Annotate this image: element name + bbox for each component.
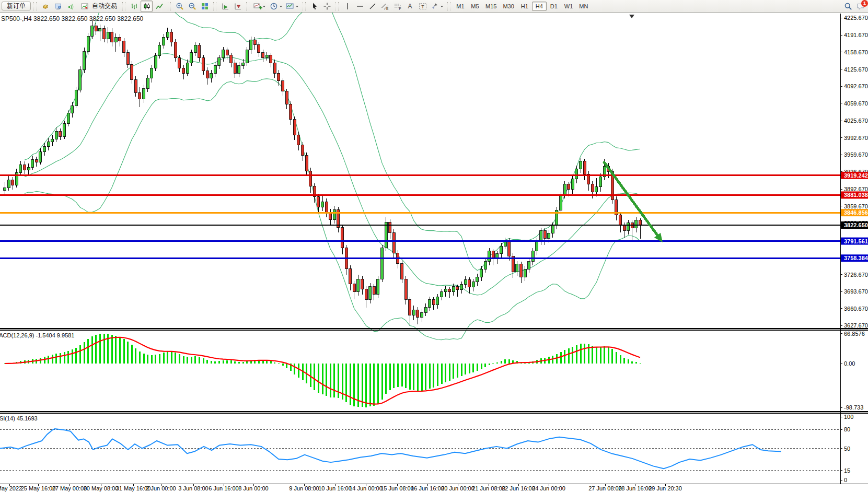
toolbar-grip[interactable] <box>122 2 125 10</box>
svg-text:3992.670: 3992.670 <box>844 135 868 141</box>
indicators-template-icon[interactable] <box>284 1 300 12</box>
horizontal-line-icon[interactable] <box>354 1 366 12</box>
timeframe-button-M5[interactable]: M5 <box>468 2 482 11</box>
svg-text:3627.670: 3627.670 <box>844 322 868 329</box>
svg-text:4225.670: 4225.670 <box>844 15 868 21</box>
signal-icon[interactable] <box>64 1 76 12</box>
vertical-line-icon[interactable] <box>341 1 353 12</box>
fibonacci-icon[interactable]: F <box>391 1 403 12</box>
svg-text:15: 15 <box>844 467 850 474</box>
svg-text:0.00: 0.00 <box>844 360 855 367</box>
toolbar-grip[interactable] <box>246 2 249 10</box>
chart-canvas[interactable]: 4225.6704191.6704158.6704125.6704092.670… <box>0 13 868 492</box>
time-label: 10 Jun 16:00 <box>318 485 352 491</box>
svg-text:3959.670: 3959.670 <box>844 151 868 158</box>
macd-label: MACD(12,26,9) -1.5404 9.9581 <box>0 332 74 338</box>
period-clock-icon[interactable] <box>268 1 284 12</box>
candles-layer <box>4 20 642 326</box>
svg-text:3919.242: 3919.242 <box>844 172 868 179</box>
time-label: 24 Jun 00:00 <box>532 485 565 491</box>
svg-text:3791.561: 3791.561 <box>844 238 868 244</box>
new-order-button[interactable]: 新订单 <box>2 2 31 10</box>
candlestick-chart-icon[interactable] <box>141 1 153 12</box>
timeframe-button-H4[interactable]: H4 <box>532 2 547 11</box>
toolbar-grip[interactable] <box>168 2 171 10</box>
timeframe-button-D1[interactable]: D1 <box>547 2 561 11</box>
macd-pane[interactable]: 66.85760.00-98.733MACD(12,26,9) -1.5404 … <box>0 331 865 412</box>
svg-text:4158.670: 4158.670 <box>844 49 868 55</box>
crosshair-icon[interactable] <box>321 1 333 12</box>
time-axis[interactable]: May 202225 May 16:0027 May 00:0030 May 0… <box>0 484 868 491</box>
level-lines[interactable] <box>0 175 840 258</box>
bar-chart-icon[interactable] <box>128 1 140 12</box>
svg-text:3660.670: 3660.670 <box>844 306 868 312</box>
time-label: 25 May 16:00 <box>21 485 56 491</box>
auto-trading-label: 自动交易 <box>92 2 117 10</box>
timeframe-button-M1[interactable]: M1 <box>453 2 468 11</box>
search-icon[interactable] <box>842 1 854 12</box>
arrows-tool-icon[interactable] <box>429 1 445 12</box>
svg-text:4191.670: 4191.670 <box>844 32 868 38</box>
toolbar-grip[interactable] <box>447 2 450 10</box>
trendline-icon[interactable] <box>366 1 378 12</box>
zoom-out-icon[interactable] <box>186 1 198 12</box>
rsi-label: RSI(14) 45.1693 <box>0 415 38 421</box>
toolbar-grip[interactable] <box>335 2 339 10</box>
text-label-icon[interactable]: T <box>416 1 429 12</box>
timeframe-button-M15[interactable]: M15 <box>482 2 500 11</box>
text-icon[interactable]: A <box>404 1 416 12</box>
time-label: 21 Jun 08:00 <box>472 485 505 491</box>
timeframe-toolbar: M1M5M15M30H1H4D1W1MN <box>453 2 591 11</box>
notification-badge: 1 <box>861 0 868 7</box>
svg-text:F: F <box>399 6 401 10</box>
svg-text:3881.038: 3881.038 <box>844 192 868 198</box>
svg-text:4059.670: 4059.670 <box>844 100 868 107</box>
svg-text:4092.670: 4092.670 <box>844 83 868 89</box>
time-label: 20 Jun 00:00 <box>441 485 474 491</box>
chart-title: SP500-,H4 3822.650 3822.650 3822.650 382… <box>1 15 144 22</box>
auto-trading-icon <box>79 1 90 12</box>
timeframe-button-W1[interactable]: W1 <box>561 2 576 11</box>
time-label: 2 Jun 00:00 <box>146 485 176 491</box>
timeframe-button-MN[interactable]: MN <box>576 2 591 11</box>
toolbar-grip[interactable] <box>213 2 216 10</box>
toolbar-grip[interactable] <box>33 2 37 10</box>
svg-text:4025.670: 4025.670 <box>844 118 868 124</box>
time-label: 30 May 08:00 <box>84 485 119 491</box>
chart-shift-marker <box>629 15 634 18</box>
time-label: 16 Jun 16:00 <box>411 485 444 491</box>
toolbar: 新订单 自动交易 E F A T M1M5M15M30H1H4D1W1MN 1 <box>0 0 868 13</box>
line-chart-icon[interactable] <box>153 1 165 12</box>
time-label: 14 Jun 00:00 <box>349 485 383 491</box>
svg-text:50: 50 <box>844 446 850 452</box>
rsi-pane[interactable]: 1008050150RSI(14) 45.1693 <box>0 414 853 483</box>
timeframe-button-H1[interactable]: H1 <box>517 2 532 11</box>
zoom-in-icon[interactable] <box>173 1 186 12</box>
svg-text:E: E <box>386 6 389 10</box>
svg-text:3822.650: 3822.650 <box>844 222 868 228</box>
navigator-icon[interactable] <box>52 1 64 12</box>
new-chart-icon[interactable] <box>252 1 268 12</box>
cursor-icon[interactable] <box>308 1 320 12</box>
toolbar-grip[interactable] <box>303 2 306 10</box>
equidistant-channel-icon[interactable]: E <box>379 1 391 12</box>
time-label: 27 May 00:00 <box>52 485 87 491</box>
timeframe-button-M30[interactable]: M30 <box>500 2 517 11</box>
time-label: 6 Jun 16:00 <box>209 485 239 491</box>
svg-text:3693.670: 3693.670 <box>844 288 868 295</box>
market-watch-icon[interactable] <box>39 1 51 12</box>
tile-windows-icon[interactable] <box>199 1 211 12</box>
svg-text:4125.670: 4125.670 <box>844 66 868 73</box>
svg-text:3859.670: 3859.670 <box>844 203 868 209</box>
time-label: 28 Jun 16:00 <box>618 485 652 491</box>
auto-scroll-icon[interactable] <box>219 1 231 12</box>
auto-trading-button[interactable]: 自动交易 <box>77 1 120 12</box>
svg-text:80: 80 <box>844 426 850 432</box>
time-label: May 2022 <box>0 485 22 491</box>
time-label: 8 Jun 00:00 <box>238 485 269 491</box>
svg-text:A: A <box>408 3 412 10</box>
svg-text:3726.670: 3726.670 <box>844 272 868 278</box>
chart-shift-icon[interactable] <box>232 1 244 12</box>
svg-text:3892.670: 3892.670 <box>844 186 868 192</box>
chat-icon[interactable]: 1 <box>854 1 866 12</box>
